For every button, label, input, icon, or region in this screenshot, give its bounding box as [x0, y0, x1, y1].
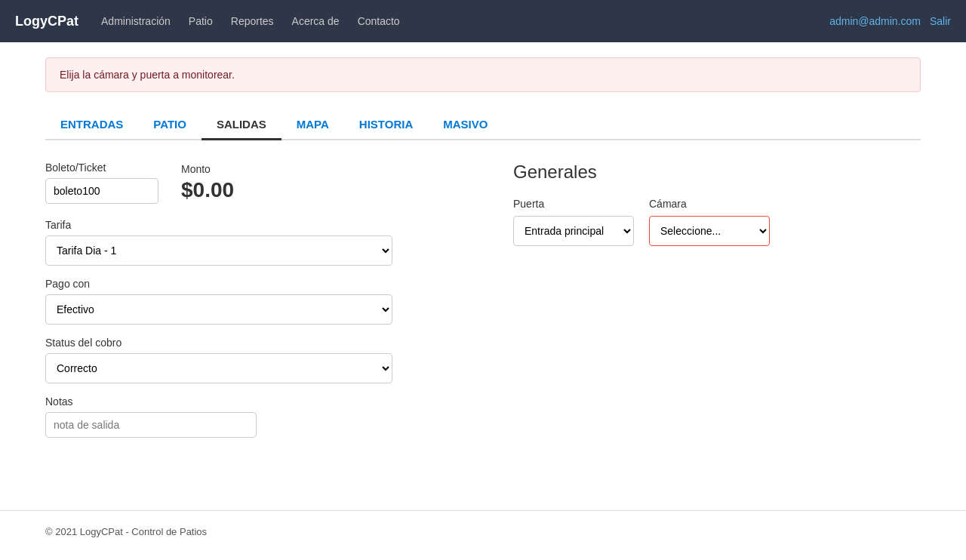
navbar-user: admin@admin.com Salir	[829, 15, 951, 27]
boleto-input[interactable]	[45, 178, 158, 204]
tab-patio[interactable]: PATIO	[138, 110, 202, 140]
notas-group: Notas	[45, 395, 468, 438]
tabs-bar: ENTRADAS PATIO SALIDAS MAPA HISTORIA MAS…	[45, 110, 921, 140]
alert-message: Elija la cámara y puerta a monitorear.	[60, 69, 235, 81]
status-label: Status del cobro	[45, 337, 468, 349]
user-email: admin@admin.com	[829, 15, 921, 27]
puerta-select[interactable]: Entrada principal	[513, 216, 634, 246]
monto-value: $0.00	[181, 180, 234, 204]
notas-label: Notas	[45, 395, 468, 408]
nav-patio[interactable]: Patio	[189, 15, 213, 27]
form-section: Boleto/Ticket Monto $0.00 Tarifa Tarifa …	[45, 162, 468, 450]
monto-group: Monto $0.00	[181, 163, 234, 204]
main-content: Elija la cámara y puerta a monitorear. E…	[0, 42, 966, 465]
logout-button[interactable]: Salir	[930, 15, 951, 27]
puerta-group: Puerta Entrada principal	[513, 198, 634, 246]
notas-input[interactable]	[45, 412, 257, 438]
monto-label: Monto	[181, 163, 234, 175]
camara-group: Cámara Seleccione...	[649, 198, 770, 246]
nav-acerca[interactable]: Acerca de	[292, 15, 340, 27]
boleto-group: Boleto/Ticket	[45, 162, 158, 204]
footer-text: © 2021 LogyCPat - Control de Patios	[45, 526, 207, 537]
tarifa-label: Tarifa	[45, 219, 468, 231]
tarifa-group: Tarifa Tarifa Dia - 1	[45, 219, 468, 266]
generales-section: Generales Puerta Entrada principal Cámar…	[513, 162, 785, 450]
status-group: Status del cobro Correcto	[45, 337, 468, 383]
tab-salidas[interactable]: SALIDAS	[202, 110, 281, 140]
navbar-nav: Administración Patio Reportes Acerca de …	[101, 15, 829, 27]
boleto-label: Boleto/Ticket	[45, 162, 158, 174]
status-select[interactable]: Correcto	[45, 353, 392, 383]
tab-masivo[interactable]: MASIVO	[428, 110, 503, 140]
puerta-label: Puerta	[513, 198, 634, 210]
tab-mapa[interactable]: MAPA	[281, 110, 344, 140]
generales-title: Generales	[513, 162, 785, 183]
camara-label: Cámara	[649, 198, 770, 210]
alert-banner: Elija la cámara y puerta a monitorear.	[45, 57, 921, 92]
footer: © 2021 LogyCPat - Control de Patios	[0, 510, 966, 552]
camara-select[interactable]: Seleccione...	[649, 216, 770, 246]
content-layout: Boleto/Ticket Monto $0.00 Tarifa Tarifa …	[45, 162, 921, 450]
tab-historia[interactable]: HISTORIA	[344, 110, 428, 140]
boleto-monto-row: Boleto/Ticket Monto $0.00	[45, 162, 468, 204]
navbar: LogyCPat Administración Patio Reportes A…	[0, 0, 966, 42]
pago-select[interactable]: Efectivo	[45, 294, 392, 325]
tarifa-select[interactable]: Tarifa Dia - 1	[45, 235, 392, 266]
navbar-brand: LogyCPat	[15, 14, 78, 29]
nav-administracion[interactable]: Administración	[101, 15, 171, 27]
pago-group: Pago con Efectivo	[45, 278, 468, 325]
nav-contacto[interactable]: Contacto	[358, 15, 400, 27]
generales-row: Puerta Entrada principal Cámara Seleccio…	[513, 198, 785, 246]
nav-reportes[interactable]: Reportes	[231, 15, 274, 27]
tab-entradas[interactable]: ENTRADAS	[45, 110, 138, 140]
pago-label: Pago con	[45, 278, 468, 290]
